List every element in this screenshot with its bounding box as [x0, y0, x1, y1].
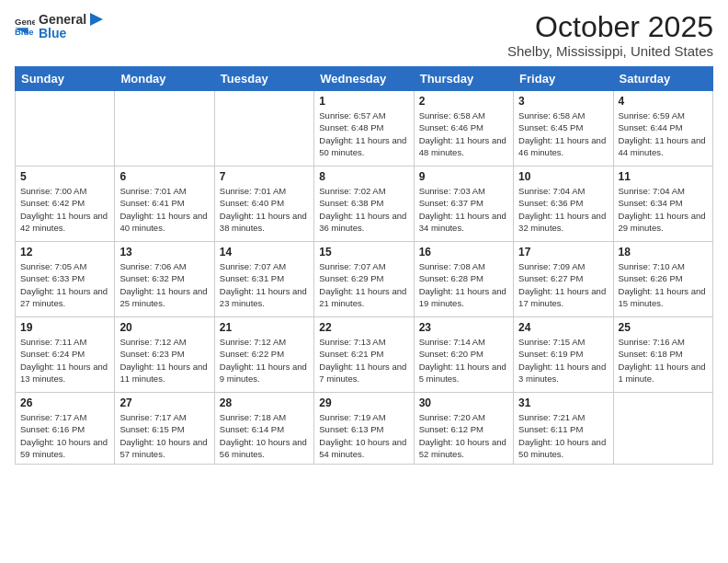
day-number: 15 — [319, 246, 408, 259]
day-number: 25 — [619, 321, 708, 334]
day-number: 22 — [319, 321, 408, 334]
day-number: 21 — [220, 321, 309, 334]
day-info: Sunrise: 7:03 AMSunset: 6:37 PMDaylight:… — [419, 185, 508, 234]
day-number: 28 — [220, 396, 309, 409]
day-info: Sunrise: 7:13 AMSunset: 6:21 PMDaylight:… — [319, 336, 408, 385]
day-cell: 12Sunrise: 7:05 AMSunset: 6:33 PMDayligh… — [16, 242, 115, 317]
day-cell: 14Sunrise: 7:07 AMSunset: 6:31 PMDayligh… — [214, 242, 313, 317]
day-info: Sunrise: 7:17 AMSunset: 6:16 PMDaylight:… — [20, 411, 109, 460]
day-cell: 28Sunrise: 7:18 AMSunset: 6:14 PMDayligh… — [214, 393, 313, 465]
calendar-title: October 2025 — [507, 11, 713, 43]
day-info: Sunrise: 7:09 AMSunset: 6:27 PMDaylight:… — [518, 260, 608, 309]
day-cell: 6Sunrise: 7:01 AMSunset: 6:41 PMDaylight… — [115, 167, 214, 242]
day-info: Sunrise: 6:57 AMSunset: 6:48 PMDaylight:… — [319, 109, 408, 158]
week-row-2: 5Sunrise: 7:00 AMSunset: 6:42 PMDaylight… — [16, 167, 713, 242]
day-cell: 17Sunrise: 7:09 AMSunset: 6:27 PMDayligh… — [514, 242, 613, 317]
day-info: Sunrise: 7:12 AMSunset: 6:23 PMDaylight:… — [119, 336, 209, 385]
day-number: 23 — [419, 321, 508, 334]
day-cell: 30Sunrise: 7:20 AMSunset: 6:12 PMDayligh… — [414, 393, 513, 465]
header-tuesday: Tuesday — [214, 67, 313, 91]
day-cell — [16, 91, 115, 167]
header-saturday: Saturday — [613, 67, 712, 91]
day-info: Sunrise: 7:04 AMSunset: 6:36 PMDaylight:… — [518, 185, 608, 234]
title-block: October 2025 Shelby, Mississippi, United… — [507, 11, 713, 59]
day-cell: 24Sunrise: 7:15 AMSunset: 6:19 PMDayligh… — [514, 317, 613, 393]
day-cell: 29Sunrise: 7:19 AMSunset: 6:13 PMDayligh… — [314, 393, 414, 465]
day-number: 29 — [319, 396, 408, 409]
header-friday: Friday — [514, 67, 613, 91]
day-info: Sunrise: 7:04 AMSunset: 6:34 PMDaylight:… — [619, 185, 708, 234]
weekday-header-row: Sunday Monday Tuesday Wednesday Thursday… — [16, 67, 713, 91]
day-number: 18 — [619, 246, 708, 259]
logo-text: General Blue — [39, 11, 105, 40]
day-number: 31 — [518, 396, 608, 409]
day-number: 6 — [119, 170, 209, 183]
day-number: 14 — [220, 246, 309, 259]
day-info: Sunrise: 7:18 AMSunset: 6:14 PMDaylight:… — [220, 411, 309, 460]
day-number: 4 — [619, 95, 708, 108]
week-row-3: 12Sunrise: 7:05 AMSunset: 6:33 PMDayligh… — [16, 242, 713, 317]
day-cell: 22Sunrise: 7:13 AMSunset: 6:21 PMDayligh… — [314, 317, 414, 393]
day-cell: 9Sunrise: 7:03 AMSunset: 6:37 PMDaylight… — [414, 167, 513, 242]
day-info: Sunrise: 6:58 AMSunset: 6:45 PMDaylight:… — [518, 109, 608, 158]
day-number: 3 — [518, 95, 608, 108]
day-cell — [214, 91, 313, 167]
logo-flag-icon — [88, 11, 105, 28]
day-info: Sunrise: 7:14 AMSunset: 6:20 PMDaylight:… — [419, 336, 508, 385]
header-thursday: Thursday — [414, 67, 513, 91]
svg-text:Blue: Blue — [15, 27, 34, 36]
calendar-subtitle: Shelby, Mississippi, United States — [507, 43, 713, 59]
day-cell: 15Sunrise: 7:07 AMSunset: 6:29 PMDayligh… — [314, 242, 414, 317]
day-info: Sunrise: 7:00 AMSunset: 6:42 PMDaylight:… — [20, 185, 109, 234]
day-info: Sunrise: 7:01 AMSunset: 6:41 PMDaylight:… — [119, 185, 209, 234]
day-info: Sunrise: 7:17 AMSunset: 6:15 PMDaylight:… — [119, 411, 209, 460]
day-number: 10 — [518, 170, 608, 183]
day-cell: 16Sunrise: 7:08 AMSunset: 6:28 PMDayligh… — [414, 242, 513, 317]
header: General Blue General Blue October 2025 S… — [15, 11, 713, 59]
svg-marker-3 — [90, 13, 103, 26]
day-cell — [613, 393, 712, 465]
header-monday: Monday — [115, 67, 214, 91]
day-info: Sunrise: 7:15 AMSunset: 6:19 PMDaylight:… — [518, 336, 608, 385]
logo: General Blue General Blue — [15, 11, 105, 40]
day-number: 16 — [419, 246, 508, 259]
day-info: Sunrise: 7:05 AMSunset: 6:33 PMDaylight:… — [20, 260, 109, 309]
day-cell: 31Sunrise: 7:21 AMSunset: 6:11 PMDayligh… — [514, 393, 613, 465]
day-cell: 23Sunrise: 7:14 AMSunset: 6:20 PMDayligh… — [414, 317, 513, 393]
day-info: Sunrise: 7:11 AMSunset: 6:24 PMDaylight:… — [20, 336, 109, 385]
day-number: 9 — [419, 170, 508, 183]
day-number: 17 — [518, 246, 608, 259]
day-cell: 5Sunrise: 7:00 AMSunset: 6:42 PMDaylight… — [16, 167, 115, 242]
day-cell: 18Sunrise: 7:10 AMSunset: 6:26 PMDayligh… — [613, 242, 712, 317]
day-number: 11 — [619, 170, 708, 183]
day-cell: 11Sunrise: 7:04 AMSunset: 6:34 PMDayligh… — [613, 167, 712, 242]
day-number: 13 — [119, 246, 209, 259]
day-info: Sunrise: 6:59 AMSunset: 6:44 PMDaylight:… — [619, 109, 708, 158]
day-cell: 25Sunrise: 7:16 AMSunset: 6:18 PMDayligh… — [613, 317, 712, 393]
day-number: 5 — [20, 170, 109, 183]
day-cell: 26Sunrise: 7:17 AMSunset: 6:16 PMDayligh… — [16, 393, 115, 465]
day-cell: 2Sunrise: 6:58 AMSunset: 6:46 PMDaylight… — [414, 91, 513, 167]
day-number: 1 — [319, 95, 408, 108]
day-cell: 4Sunrise: 6:59 AMSunset: 6:44 PMDaylight… — [613, 91, 712, 167]
day-info: Sunrise: 7:21 AMSunset: 6:11 PMDaylight:… — [518, 411, 608, 460]
day-number: 7 — [220, 170, 309, 183]
logo-blue: Blue — [39, 26, 105, 40]
day-number: 27 — [119, 396, 209, 409]
day-info: Sunrise: 7:06 AMSunset: 6:32 PMDaylight:… — [119, 260, 209, 309]
day-info: Sunrise: 7:10 AMSunset: 6:26 PMDaylight:… — [619, 260, 708, 309]
day-cell — [115, 91, 214, 167]
day-info: Sunrise: 7:19 AMSunset: 6:13 PMDaylight:… — [319, 411, 408, 460]
day-cell: 3Sunrise: 6:58 AMSunset: 6:45 PMDaylight… — [514, 91, 613, 167]
day-number: 30 — [419, 396, 508, 409]
header-sunday: Sunday — [16, 67, 115, 91]
day-info: Sunrise: 7:01 AMSunset: 6:40 PMDaylight:… — [220, 185, 309, 234]
day-info: Sunrise: 7:16 AMSunset: 6:18 PMDaylight:… — [619, 336, 708, 385]
day-info: Sunrise: 7:12 AMSunset: 6:22 PMDaylight:… — [220, 336, 309, 385]
day-cell: 8Sunrise: 7:02 AMSunset: 6:38 PMDaylight… — [314, 167, 414, 242]
day-info: Sunrise: 7:08 AMSunset: 6:28 PMDaylight:… — [419, 260, 508, 309]
day-cell: 20Sunrise: 7:12 AMSunset: 6:23 PMDayligh… — [115, 317, 214, 393]
day-number: 8 — [319, 170, 408, 183]
day-cell: 19Sunrise: 7:11 AMSunset: 6:24 PMDayligh… — [16, 317, 115, 393]
calendar-table: Sunday Monday Tuesday Wednesday Thursday… — [15, 66, 713, 465]
